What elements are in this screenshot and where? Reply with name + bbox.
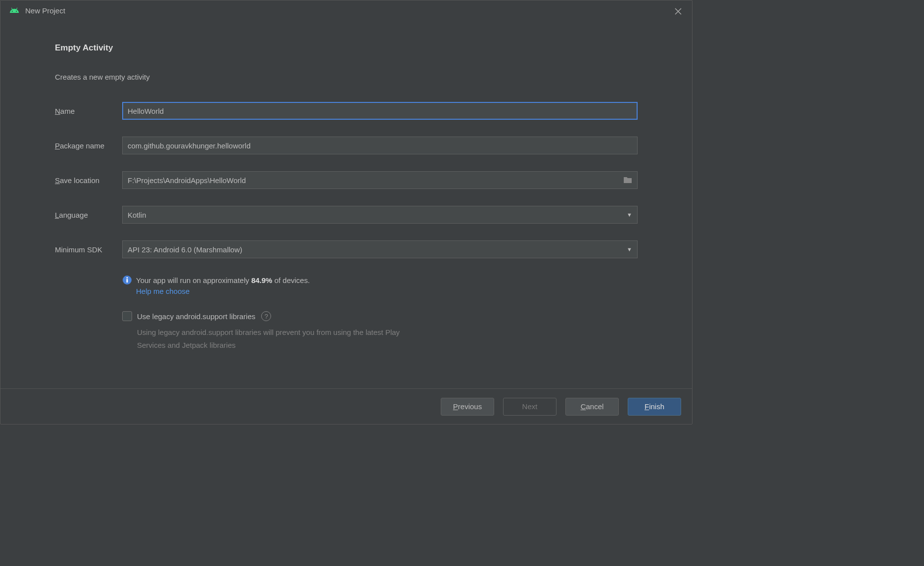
close-button[interactable] <box>673 6 683 16</box>
package-input[interactable] <box>122 137 638 154</box>
language-label: Language <box>55 211 122 219</box>
language-select[interactable]: Kotlin ▼ <box>122 206 638 224</box>
cancel-button[interactable]: Cancel <box>565 398 619 416</box>
language-value: Kotlin <box>128 211 146 219</box>
location-input[interactable] <box>122 171 638 189</box>
package-label: Package name <box>55 142 122 150</box>
close-icon <box>674 7 682 15</box>
finish-button[interactable]: Finish <box>628 398 681 416</box>
legacy-section: Use legacy android.support libraries ? U… <box>122 311 638 351</box>
package-row: Package name <box>55 137 638 154</box>
name-label: Name <box>55 107 122 115</box>
next-button[interactable]: Next <box>503 398 556 416</box>
page-title: Empty Activity <box>55 43 638 53</box>
device-info-text: Your app will run on approximately 84.9%… <box>136 276 310 284</box>
device-info-section: Your app will run on approximately 84.9%… <box>122 275 638 295</box>
language-row: Language Kotlin ▼ <box>55 206 638 224</box>
location-label: Save location <box>55 176 122 185</box>
minsdk-label: Minimum SDK <box>55 245 122 254</box>
svg-point-1 <box>127 277 128 279</box>
location-row: Save location <box>55 171 638 189</box>
new-project-dialog: New Project Empty Activity Creates a new… <box>0 0 693 424</box>
window-title: New Project <box>25 6 65 15</box>
android-icon <box>9 5 19 15</box>
dialog-footer: Previous Next Cancel Finish <box>0 388 692 424</box>
dialog-content: Empty Activity Creates a new empty activ… <box>0 20 692 388</box>
title-bar: New Project <box>0 0 692 20</box>
name-row: Name <box>55 102 638 120</box>
help-me-choose-link[interactable]: Help me choose <box>136 287 638 295</box>
svg-rect-2 <box>127 279 128 283</box>
chevron-down-icon: ▼ <box>627 212 632 218</box>
previous-button[interactable]: Previous <box>441 398 494 416</box>
legacy-checkbox[interactable] <box>122 311 132 321</box>
help-icon[interactable]: ? <box>261 311 271 321</box>
minsdk-select[interactable]: API 23: Android 6.0 (Marshmallow) ▼ <box>122 240 638 258</box>
page-description: Creates a new empty activity <box>55 73 638 81</box>
minsdk-row: Minimum SDK API 23: Android 6.0 (Marshma… <box>55 240 638 258</box>
legacy-label: Use legacy android.support libraries <box>137 312 255 321</box>
minsdk-value: API 23: Android 6.0 (Marshmallow) <box>128 245 242 254</box>
name-input[interactable] <box>122 102 638 120</box>
chevron-down-icon: ▼ <box>627 246 632 252</box>
browse-folder-icon[interactable] <box>623 176 633 184</box>
info-icon <box>122 275 132 285</box>
legacy-description: Using legacy android.support libraries w… <box>137 326 414 351</box>
